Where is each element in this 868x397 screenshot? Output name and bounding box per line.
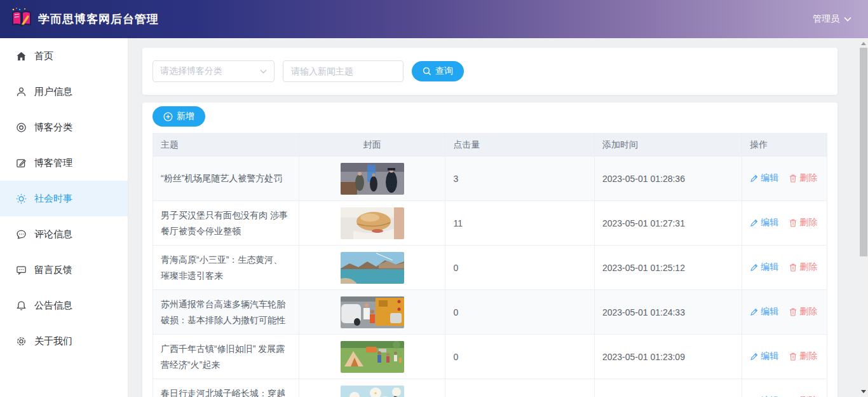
edit-link-label: 编辑 xyxy=(761,306,778,317)
table-row: 青海高原“小三亚”：生态黄河、璀璨非遗引客来 0 2023-05-01 01:2… xyxy=(153,246,827,290)
click-count: 0 xyxy=(445,246,594,290)
comment-icon xyxy=(16,229,27,240)
delete-link[interactable]: 删除 xyxy=(789,306,817,317)
sidebar-item-announcements[interactable]: 公告信息 xyxy=(0,288,128,323)
blog-category-select[interactable]: 请选择博客分类 xyxy=(153,60,275,82)
scrollbar-down-arrow-icon[interactable] xyxy=(861,390,866,393)
edit-square-icon xyxy=(16,158,27,169)
news-title: 广西千年古镇“修旧如旧” 发展露营经济“火”起来 xyxy=(153,335,299,379)
category-icon xyxy=(16,122,27,133)
edit-link-label: 编辑 xyxy=(761,217,778,228)
scrollbar-thumb[interactable] xyxy=(860,48,867,256)
app-logo-book-icon xyxy=(9,6,34,32)
trash-icon xyxy=(789,308,797,316)
edit-link[interactable]: 编辑 xyxy=(750,351,778,362)
plus-circle-icon xyxy=(163,112,173,122)
added-time: 2023-05-01 01:23:09 xyxy=(594,335,742,379)
search-panel: 请选择博客分类 查询 xyxy=(142,48,837,95)
edit-link[interactable]: 编辑 xyxy=(750,261,778,273)
query-button[interactable]: 查询 xyxy=(412,61,464,81)
sidebar-item-label: 用户信息 xyxy=(34,86,72,98)
sidebar-item-social-news[interactable]: 社会时事 xyxy=(0,181,128,216)
edit-link-label: 编辑 xyxy=(761,351,778,362)
sidebar-item-label: 社会时事 xyxy=(34,193,72,205)
sidebar-item-label: 首页 xyxy=(34,50,53,62)
user-menu-label: 管理员 xyxy=(813,13,839,25)
sidebar-item-about-us[interactable]: 关于我们 xyxy=(0,323,128,359)
pen-icon xyxy=(750,263,758,272)
added-time: 2023-05-01 01:25:12 xyxy=(594,246,742,290)
scrollbar-up-arrow-icon[interactable] xyxy=(861,42,866,45)
table-row: 春日行走河北城子峪长城：穿越时空与 编辑 删除 xyxy=(153,379,827,397)
delete-link-label: 删除 xyxy=(799,261,817,273)
sidebar-item-label: 评论信息 xyxy=(34,228,72,240)
sidebar-item-home[interactable]: 首页 xyxy=(0,38,128,74)
sidebar-item-blog-manage[interactable]: 博客管理 xyxy=(0,145,128,181)
delete-link-label: 删除 xyxy=(799,172,817,184)
cover-thumbnail xyxy=(341,163,404,195)
news-title: 春日行走河北城子峪长城：穿越时空与 xyxy=(153,379,299,397)
pen-icon xyxy=(750,352,758,361)
sidebar-item-user-info[interactable]: 用户信息 xyxy=(0,74,128,109)
edit-link[interactable]: 编辑 xyxy=(750,217,778,228)
edit-link-label: 编辑 xyxy=(761,172,778,184)
table-row: “粉丝”机场尾随艺人被警方处罚 3 2023-05-01 01:28:36 编辑… xyxy=(153,157,827,201)
sidebar-item-label: 留言反馈 xyxy=(34,264,72,276)
add-button-label: 新增 xyxy=(177,111,194,122)
app-title: 学而思博客网后台管理 xyxy=(38,11,159,27)
cover-thumbnail xyxy=(341,341,404,373)
column-header-actions: 操作 xyxy=(742,134,827,157)
news-table: 主题 封面 点击量 添加时间 操作 “粉丝”机场尾随艺人被警方处罚 3 2023… xyxy=(153,133,827,397)
sidebar-item-comments[interactable]: 评论信息 xyxy=(0,216,128,252)
table-row: 广西千年古镇“修旧如旧” 发展露营经济“火”起来 0 2023-05-01 01… xyxy=(153,335,827,379)
news-title: 男子买汉堡只有面包没有肉 涉事餐厅被责令停业整顿 xyxy=(153,201,299,246)
trash-icon xyxy=(789,352,797,361)
news-topic-input[interactable] xyxy=(283,60,403,82)
bell-icon xyxy=(16,300,27,311)
sidebar-item-blog-category[interactable]: 博客分类 xyxy=(0,109,128,145)
delete-link[interactable]: 删除 xyxy=(789,261,817,273)
news-title: 苏州通报常台高速多辆汽车轮胎破损：基本排除人为撒钉可能性 xyxy=(153,290,299,335)
chevron-down-icon xyxy=(844,17,851,22)
added-time xyxy=(594,379,742,397)
add-button[interactable]: 新增 xyxy=(153,106,205,127)
cover-thumbnail xyxy=(341,252,404,284)
table-row: 苏州通报常台高速多辆汽车轮胎破损：基本排除人为撒钉可能性 0 2023-05-0… xyxy=(153,290,827,335)
cover-thumbnail xyxy=(341,296,404,328)
edit-link[interactable]: 编辑 xyxy=(750,306,778,317)
added-time: 2023-05-01 01:28:36 xyxy=(594,157,742,201)
edit-link[interactable]: 编辑 xyxy=(750,172,778,184)
main-content: 请选择博客分类 查询 新增 主题 封面 点击量 xyxy=(128,38,868,397)
feedback-icon xyxy=(16,265,27,275)
column-header-title: 主题 xyxy=(153,134,299,157)
top-header: 学而思博客网后台管理 管理员 xyxy=(0,0,868,38)
delete-link[interactable]: 删除 xyxy=(789,217,817,228)
click-count: 11 xyxy=(445,201,594,246)
column-header-cover: 封面 xyxy=(299,134,445,157)
edit-link-label: 编辑 xyxy=(761,261,778,273)
news-table-panel: 新增 主题 封面 点击量 添加时间 操作 “粉丝”机场尾随艺人被警方处罚 3 2… xyxy=(142,102,837,397)
trash-icon xyxy=(789,174,797,183)
blog-category-select-placeholder: 请选择博客分类 xyxy=(160,66,222,77)
sidebar-item-label: 关于我们 xyxy=(34,335,72,347)
delete-link[interactable]: 删除 xyxy=(789,172,817,184)
pen-icon xyxy=(750,174,758,183)
column-header-time: 添加时间 xyxy=(594,134,742,157)
cover-thumbnail xyxy=(341,386,404,397)
delete-link-label: 删除 xyxy=(799,306,817,317)
table-row: 男子买汉堡只有面包没有肉 涉事餐厅被责令停业整顿 11 2023-05-01 0… xyxy=(153,201,827,246)
sidebar-item-label: 公告信息 xyxy=(34,300,72,312)
click-count: 3 xyxy=(445,157,594,201)
delete-link[interactable]: 删除 xyxy=(789,351,817,362)
page-scrollbar[interactable] xyxy=(859,38,868,397)
pen-icon xyxy=(750,308,758,316)
sidebar-item-label: 博客管理 xyxy=(34,157,72,169)
user-menu[interactable]: 管理员 xyxy=(813,13,851,25)
click-count: 0 xyxy=(445,290,594,335)
delete-link-label: 删除 xyxy=(799,217,817,228)
trash-icon xyxy=(789,219,797,227)
delete-link-label: 删除 xyxy=(799,351,817,362)
sidebar: 首页 用户信息 博客分类 博客管理 社会时事 评论信息 xyxy=(0,38,128,397)
sidebar-item-feedback[interactable]: 留言反馈 xyxy=(0,252,128,288)
click-count xyxy=(445,379,594,397)
